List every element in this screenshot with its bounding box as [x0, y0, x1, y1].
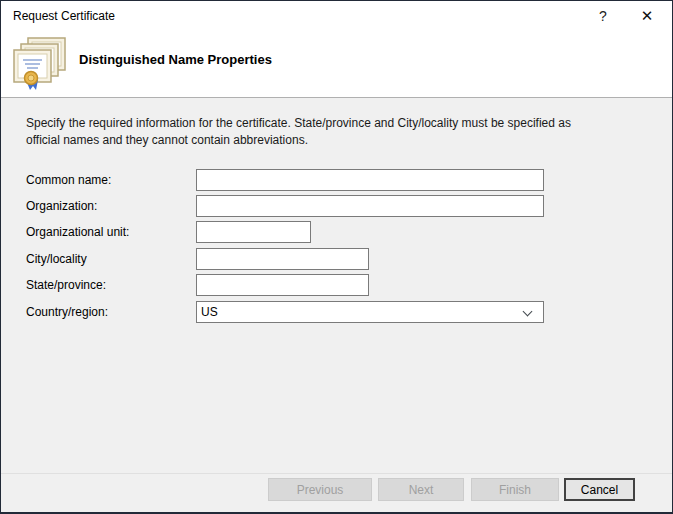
close-icon[interactable]: ✕ — [630, 1, 664, 31]
organizational-unit-input[interactable] — [196, 221, 311, 243]
city-locality-label: City/locality — [26, 252, 87, 266]
organization-input[interactable] — [196, 195, 544, 217]
common-name-label: Common name: — [26, 173, 111, 187]
country-region-select[interactable]: US — [196, 301, 544, 323]
next-button[interactable]: Next — [378, 478, 464, 501]
help-icon[interactable]: ? — [586, 1, 620, 31]
cancel-button[interactable]: Cancel — [564, 478, 635, 501]
previous-button[interactable]: Previous — [268, 478, 372, 501]
city-locality-input[interactable] — [196, 248, 369, 270]
description-line-2: official names and they cannot contain a… — [26, 132, 601, 149]
country-region-value: US — [201, 302, 218, 322]
chevron-down-icon — [523, 307, 533, 317]
description-line-1: Specify the required information for the… — [26, 115, 601, 132]
state-province-input[interactable] — [196, 274, 369, 296]
request-certificate-dialog: Request Certificate ? ✕ — [0, 0, 673, 514]
state-province-label: State/province: — [26, 278, 106, 292]
window-title: Request Certificate — [13, 9, 115, 23]
certificates-stack-icon — [11, 36, 67, 96]
country-region-label: Country/region: — [26, 305, 108, 319]
organizational-unit-label: Organizational unit: — [26, 225, 129, 239]
page-title: Distinguished Name Properties — [79, 52, 272, 67]
wizard-header: Distinguished Name Properties — [1, 31, 672, 97]
wizard-content: Specify the required information for the… — [1, 98, 672, 512]
footer-divider — [1, 473, 672, 474]
common-name-input[interactable] — [196, 169, 544, 191]
page-description: Specify the required information for the… — [26, 115, 601, 148]
organization-label: Organization: — [26, 199, 97, 213]
finish-button[interactable]: Finish — [471, 478, 559, 501]
titlebar: Request Certificate ? ✕ — [1, 1, 672, 31]
